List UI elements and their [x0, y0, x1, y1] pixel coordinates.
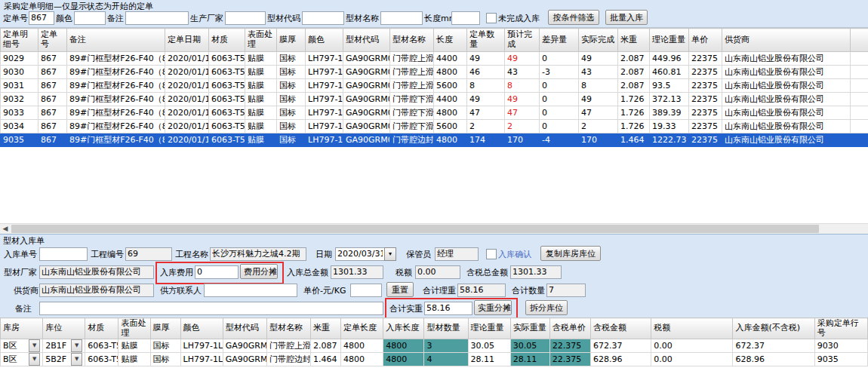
- column-header[interactable]: 单价: [689, 29, 722, 52]
- column-header[interactable]: 材质: [209, 29, 245, 52]
- inbound-no-input[interactable]: [39, 247, 88, 261]
- column-header[interactable]: 实际完成: [579, 29, 618, 52]
- column-header[interactable]: 实际重量: [510, 318, 549, 339]
- cell: 8: [467, 79, 505, 93]
- profile-factory-input[interactable]: [39, 265, 154, 279]
- column-header[interactable]: 颜色: [180, 318, 223, 339]
- column-header[interactable]: 定单数量: [467, 29, 505, 52]
- table-row[interactable]: 903186789#门框型材F26-F40（866+867）2020/01/13…: [1, 79, 868, 93]
- inbound-total-input[interactable]: [331, 265, 383, 279]
- column-header[interactable]: 表面处理: [119, 318, 150, 339]
- column-header[interactable]: 差异量: [540, 29, 579, 52]
- column-header[interactable]: 库位: [43, 318, 85, 339]
- filter-by-condition-button[interactable]: 按条件筛选: [548, 10, 599, 25]
- column-header[interactable]: 库房: [1, 318, 43, 339]
- filter-color-input[interactable]: [74, 11, 106, 25]
- weight-allocate-button[interactable]: 实重分摊: [474, 300, 512, 315]
- fee-allocate-button[interactable]: 费用分摊: [240, 264, 278, 279]
- table-row[interactable]: 902986789#门框型材F26-F40（866+867）2020/01/13…: [1, 52, 868, 66]
- cell: 28.11: [510, 353, 549, 366]
- chevron-down-icon[interactable]: ▼: [71, 353, 82, 366]
- unfinished-inbound-checkbox[interactable]: [486, 13, 497, 23]
- column-header[interactable]: [851, 29, 868, 52]
- column-header[interactable]: 膜厚: [150, 318, 180, 339]
- column-header[interactable]: 备注: [67, 29, 165, 52]
- cell: 4800: [383, 339, 424, 353]
- inbound-fee-input[interactable]: [195, 265, 239, 279]
- chevron-down-icon[interactable]: ▼: [71, 339, 82, 352]
- copy-location-button[interactable]: 复制库房库位: [540, 246, 601, 261]
- column-header[interactable]: 型材名称: [390, 29, 434, 52]
- column-header[interactable]: 定单明细号: [1, 29, 38, 52]
- table-row[interactable]: 903086789#门框型材F26-F40（866+867）2020/01/13…: [1, 66, 868, 79]
- table-row[interactable]: B区▼5B2F▼6063-T5贴膜国标LH797-1LL0GA90GRM05门带…: [1, 353, 868, 366]
- batch-inbound-button[interactable]: 批量入库: [605, 10, 648, 25]
- filter-remark-input[interactable]: [125, 11, 189, 25]
- keeper-input[interactable]: [435, 247, 479, 261]
- table-row[interactable]: 903386789#门框型材F26-F40（866+867）2020/01/13…: [1, 106, 868, 120]
- column-header[interactable]: 入库金额(不含税): [733, 318, 814, 339]
- column-header[interactable]: 型材名称: [266, 318, 310, 339]
- scrollbar-thumb[interactable]: [11, 225, 819, 233]
- column-header[interactable]: 米重: [311, 318, 341, 339]
- total-actual-weight-input[interactable]: [424, 302, 472, 315]
- column-header[interactable]: 材质: [85, 318, 119, 339]
- supplier-contact-input[interactable]: [204, 284, 297, 297]
- cell: 山东南山铝业股份有限公司: [722, 52, 851, 66]
- cell: 628.96: [590, 353, 651, 366]
- filter-profile-code-input[interactable]: [302, 11, 344, 25]
- unit-price-input[interactable]: [350, 284, 382, 297]
- column-header[interactable]: 膜厚: [277, 29, 306, 52]
- column-header[interactable]: 税额: [651, 318, 733, 339]
- inbound-confirm-checkbox[interactable]: [486, 249, 497, 259]
- project-no-input[interactable]: [125, 247, 172, 261]
- split-location-button[interactable]: 拆分库位: [525, 300, 568, 315]
- tax-incl-total-input[interactable]: [510, 265, 562, 279]
- column-header[interactable]: 定单日期: [165, 29, 209, 52]
- column-header[interactable]: 理论重量: [468, 318, 510, 339]
- cell: 4800: [341, 353, 383, 366]
- table-row[interactable]: 903286789#门框型材F26-F40（866+867）2020/01/13…: [1, 93, 868, 106]
- total-theory-weight-input[interactable]: [457, 284, 506, 297]
- cell: 389.39: [650, 106, 689, 120]
- column-header[interactable]: 型材代码: [343, 29, 390, 52]
- column-header[interactable]: 含税单价: [549, 318, 590, 339]
- chevron-down-icon[interactable]: ▼: [29, 339, 40, 352]
- chevron-down-icon[interactable]: ▼: [29, 353, 40, 366]
- filter-order-no-input[interactable]: [29, 11, 54, 25]
- column-header[interactable]: 型材数量: [424, 318, 468, 339]
- cell: 5600: [434, 120, 467, 133]
- column-header[interactable]: 表面处理: [245, 29, 277, 52]
- filter-length-input[interactable]: [451, 11, 480, 25]
- cell: 22.375: [549, 339, 590, 353]
- column-header[interactable]: 颜色: [306, 29, 343, 52]
- remark-input[interactable]: [39, 302, 383, 315]
- column-header[interactable]: 理论重量: [650, 29, 689, 52]
- column-header[interactable]: 采购定单行号: [814, 318, 867, 339]
- column-header[interactable]: 定单长度: [341, 318, 383, 339]
- column-header[interactable]: 米重: [618, 29, 650, 52]
- total-qty-input[interactable]: [546, 284, 586, 297]
- table-row[interactable]: B区▼2B1F▼6063-T5贴膜国标LH797-1LL0GA90GRM03门带…: [1, 339, 868, 353]
- reset-button[interactable]: 重置: [386, 282, 414, 297]
- column-header[interactable]: 供货商: [722, 29, 851, 52]
- table-row[interactable]: 903486789#门框型材F26-F40（866+867）2020/01/13…: [1, 120, 868, 133]
- column-header[interactable]: 长度: [434, 29, 467, 52]
- filter-profile-name-input[interactable]: [380, 11, 423, 25]
- tax-input[interactable]: [415, 265, 460, 279]
- column-header[interactable]: 型材代码: [223, 318, 266, 339]
- column-header[interactable]: 定单号: [38, 29, 67, 52]
- filter-manufacturer-input[interactable]: [225, 11, 266, 25]
- project-name-input[interactable]: [210, 247, 306, 261]
- column-header[interactable]: 含税金额: [590, 318, 651, 339]
- column-header[interactable]: 预计完成: [505, 29, 540, 52]
- cell: 22375: [689, 66, 722, 79]
- scroll-left-arrow-icon[interactable]: ◀: [0, 224, 11, 234]
- horizontal-scrollbar[interactable]: ◀: [0, 223, 868, 234]
- cell: 4: [424, 353, 468, 366]
- date-input[interactable]: [335, 247, 385, 261]
- supplier-input[interactable]: [39, 284, 154, 297]
- column-header[interactable]: 入库长度: [383, 318, 424, 339]
- calendar-dropdown-button[interactable]: ▾: [384, 247, 396, 261]
- table-row[interactable]: 903586789#门框型材F26-F40（866+867）2020/01/13…: [1, 133, 868, 147]
